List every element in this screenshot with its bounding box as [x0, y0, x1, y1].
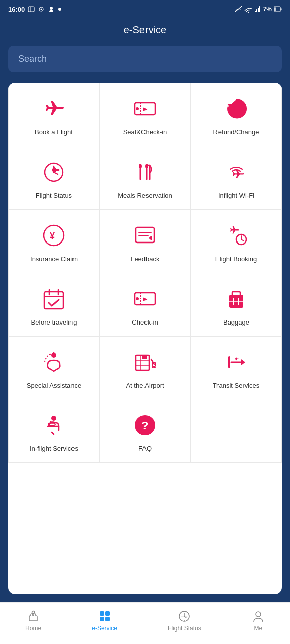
yen-icon: ¥	[39, 221, 68, 250]
search-input[interactable]	[8, 46, 282, 72]
svg-point-72	[32, 611, 35, 614]
services-grid-container: Book a Flight ▶ Seat&Check-in ¥	[8, 83, 282, 594]
grid-item-label: Book a Flight	[35, 128, 73, 137]
grid-item-book-flight[interactable]: Book a Flight	[9, 83, 100, 146]
svg-line-38	[241, 239, 244, 241]
grid-item-before-traveling[interactable]: Before traveling	[9, 273, 100, 337]
search-container	[0, 46, 290, 83]
inflight-services-icon	[39, 411, 68, 440]
svg-rect-9	[256, 9, 257, 12]
svg-text:?: ?	[141, 419, 148, 432]
svg-rect-8	[255, 11, 256, 12]
grid-item-label: Insurance Claim	[30, 255, 78, 264]
grid-item-label: In-flight Services	[30, 445, 78, 453]
svg-rect-10	[258, 8, 259, 12]
svg-rect-75	[100, 617, 104, 621]
svg-point-66	[51, 416, 56, 421]
wifi-plane-icon	[222, 157, 251, 187]
svg-text:▶: ▶	[143, 106, 148, 112]
svg-point-7	[247, 12, 248, 13]
grid-item-label: Seat&Check-in	[123, 128, 167, 137]
baggage-icon	[222, 284, 251, 313]
faq-icon: ?	[130, 411, 160, 440]
svg-point-61	[152, 366, 154, 368]
feedback-icon	[130, 221, 160, 250]
svg-rect-74	[105, 611, 110, 616]
svg-point-5	[58, 8, 61, 11]
grid-item-checkin[interactable]: ▶ Check-in	[100, 273, 191, 337]
grid-item-label: Before traveling	[31, 318, 77, 327]
svg-marker-64	[241, 359, 245, 365]
ticket2-icon: ▶	[130, 284, 160, 313]
page-title: e-Service	[124, 24, 166, 35]
svg-rect-13	[281, 8, 282, 10]
grid-item-label: Refund/Change	[213, 128, 259, 137]
svg-rect-73	[100, 611, 104, 616]
svg-rect-76	[105, 617, 110, 621]
assistance-icon	[39, 348, 68, 377]
transit-icon	[222, 348, 251, 377]
grid-item-label: Feedback	[130, 255, 159, 264]
status-time: 16:00	[8, 6, 62, 13]
grid-item-label: FAQ	[138, 445, 152, 453]
svg-text:▶: ▶	[143, 296, 148, 302]
svg-rect-14	[274, 7, 276, 11]
grid-item-insurance[interactable]: ¥ Insurance Claim	[9, 210, 100, 273]
refund-icon: ¥	[222, 94, 251, 123]
nav-me-label: Me	[254, 625, 263, 632]
grid-item-refund[interactable]: ¥ Refund/Change	[191, 83, 282, 146]
nav-eservice-label: e-Service	[92, 625, 117, 632]
grid-item-label: Baggage	[223, 318, 249, 327]
grid-item-label: Inflight Wi-Fi	[218, 192, 254, 200]
svg-rect-11	[259, 6, 260, 12]
svg-point-4	[50, 7, 53, 10]
grid-item-feedback[interactable]: Feedback	[100, 210, 191, 273]
grid-item-faq[interactable]: ? FAQ	[100, 399, 191, 463]
plane-icon	[39, 94, 68, 123]
grid-item-label: At the Airport	[126, 382, 164, 390]
grid-item-assistance[interactable]: Special Assistance	[9, 337, 100, 400]
grid-item-transit[interactable]: Transit Services	[191, 337, 282, 400]
grid-item-baggage[interactable]: Baggage	[191, 273, 282, 337]
airport-icon	[130, 348, 160, 377]
grid-item-label: Meals Reservation	[118, 192, 172, 200]
status-icons: 7%	[234, 6, 282, 13]
calendar-icon	[39, 284, 68, 313]
grid-item-empty	[191, 399, 282, 463]
svg-point-18	[136, 107, 139, 110]
grid-item-flight-status[interactable]: Flight Status	[9, 146, 100, 210]
status-bar: 16:00 7%	[0, 0, 290, 18]
bottom-nav: Home e-Service Flight Status Me	[0, 602, 290, 644]
grid-item-flight-booking[interactable]: Flight Booking	[191, 210, 282, 273]
grid-item-label: Transit Services	[213, 382, 260, 390]
nav-me[interactable]: Me	[242, 608, 275, 634]
grid-item-label: Flight Booking	[215, 255, 257, 264]
grid-item-label: Flight Status	[36, 192, 72, 200]
grid-item-wifi[interactable]: Inflight Wi-Fi	[191, 146, 282, 210]
svg-text:¥: ¥	[232, 105, 236, 112]
grid-item-seat-checkin[interactable]: ▶ Seat&Check-in	[100, 83, 191, 146]
nav-eservice[interactable]: e-Service	[82, 608, 127, 634]
svg-rect-65	[228, 356, 230, 368]
svg-point-3	[41, 9, 42, 10]
grid-item-inflight-services[interactable]: In-flight Services	[9, 399, 100, 463]
header: e-Service	[0, 18, 290, 46]
svg-point-62	[154, 366, 156, 368]
svg-rect-39	[44, 292, 63, 309]
grid-item-label: Check-in	[132, 318, 158, 327]
meals-icon	[130, 157, 160, 187]
services-grid: Book a Flight ▶ Seat&Check-in ¥	[8, 83, 282, 463]
svg-point-83	[256, 612, 261, 617]
ticket-icon: ▶	[130, 94, 160, 123]
nav-home[interactable]: Home	[15, 608, 51, 634]
svg-rect-58	[142, 356, 147, 359]
grid-item-airport[interactable]: At the Airport	[100, 337, 191, 400]
grid-item-meals[interactable]: Meals Reservation	[100, 146, 191, 210]
grid-item-label: Special Assistance	[27, 382, 81, 390]
nav-flight-status-label: Flight Status	[168, 625, 201, 632]
svg-text:¥: ¥	[50, 231, 55, 241]
nav-flight-status[interactable]: Flight Status	[158, 608, 211, 634]
svg-rect-0	[28, 7, 34, 12]
svg-rect-48	[232, 292, 240, 296]
svg-point-46	[136, 297, 139, 300]
